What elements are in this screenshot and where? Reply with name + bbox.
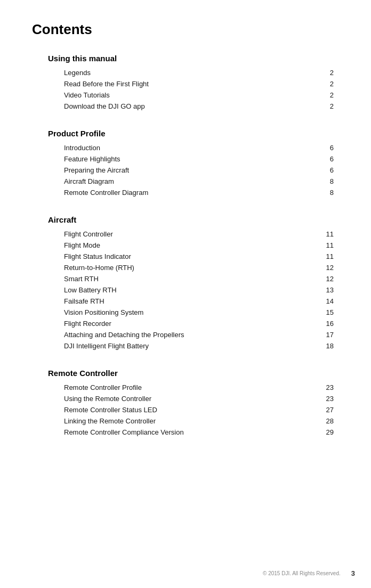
toc-item-page: 2	[318, 69, 334, 77]
toc-item[interactable]: Vision Positioning System15	[32, 307, 339, 318]
section-aircraft: AircraftFlight Controller11Flight Mode11…	[32, 215, 339, 352]
toc-item-page: 12	[318, 275, 334, 283]
toc-item-page: 11	[318, 241, 334, 249]
section-title-product-profile: Product Profile	[32, 129, 339, 138]
toc-item[interactable]: Low Battery RTH13	[32, 284, 339, 296]
toc-item[interactable]: Return-to-Home (RTH)12	[32, 262, 339, 273]
toc-item[interactable]: Aircraft Diagram8	[32, 176, 339, 187]
footer-copyright: © 2015 DJI. All Rights Reserved.	[263, 570, 341, 576]
toc-item-label: Low Battery RTH	[64, 286, 318, 294]
toc-item[interactable]: Introduction6	[32, 142, 339, 153]
toc-item-page: 11	[318, 230, 334, 238]
toc-sections: Using this manualLegends2Read Before the…	[32, 54, 339, 438]
section-product-profile: Product ProfileIntroduction6Feature High…	[32, 129, 339, 198]
toc-item-label: Preparing the Aircraft	[64, 166, 318, 174]
toc-item-page: 6	[318, 144, 334, 152]
section-title-using-this-manual: Using this manual	[32, 54, 339, 63]
toc-item-label: Introduction	[64, 144, 318, 152]
toc-item[interactable]: Download the DJI GO app2	[32, 101, 339, 112]
toc-item-label: Failsafe RTH	[64, 297, 318, 305]
toc-item-page: 23	[318, 383, 334, 391]
toc-item[interactable]: Remote Controller Diagram8	[32, 187, 339, 198]
toc-item[interactable]: Remote Controller Compliance Version29	[32, 427, 339, 438]
toc-item-page: 15	[318, 308, 334, 316]
toc-item[interactable]: DJI Intelligent Flight Battery18	[32, 340, 339, 352]
toc-item-page: 13	[318, 286, 334, 294]
toc-item-page: 16	[318, 320, 334, 328]
section-using-this-manual: Using this manualLegends2Read Before the…	[32, 54, 339, 112]
footer-page-number: 3	[351, 569, 355, 577]
toc-item-label: Smart RTH	[64, 275, 318, 283]
toc-item-page: 2	[318, 102, 334, 110]
toc-item-page: 12	[318, 264, 334, 272]
toc-item-label: Linking the Remote Controller	[64, 417, 318, 425]
page-container: Contents Using this manualLegends2Read B…	[0, 0, 371, 487]
toc-item-page: 29	[318, 428, 334, 436]
toc-item-page: 14	[318, 297, 334, 305]
toc-item-label: Feature Highlights	[64, 155, 318, 163]
toc-item[interactable]: Video Tutorials2	[32, 89, 339, 101]
toc-item-page: 8	[318, 177, 334, 185]
toc-item-label: Using the Remote Controller	[64, 395, 318, 403]
toc-item-label: Flight Recorder	[64, 320, 318, 328]
toc-item[interactable]: Remote Controller Status LED27	[32, 404, 339, 415]
toc-item[interactable]: Attaching and Detaching the Propellers17	[32, 329, 339, 340]
toc-item-label: Flight Controller	[64, 230, 318, 238]
toc-item-label: Flight Mode	[64, 241, 318, 249]
toc-item-label: Vision Positioning System	[64, 308, 318, 316]
toc-item-page: 2	[318, 91, 334, 99]
toc-item[interactable]: Legends2	[32, 67, 339, 78]
section-title-remote-controller: Remote Controller	[32, 369, 339, 378]
toc-item[interactable]: Feature Highlights6	[32, 153, 339, 165]
toc-item[interactable]: Flight Mode11	[32, 240, 339, 251]
toc-item[interactable]: Remote Controller Profile23	[32, 382, 339, 393]
toc-item-page: 17	[318, 331, 334, 339]
toc-item-label: Remote Controller Diagram	[64, 189, 318, 197]
toc-item-label: Return-to-Home (RTH)	[64, 264, 318, 272]
toc-item-page: 27	[318, 406, 334, 414]
toc-item-label: Video Tutorials	[64, 91, 318, 99]
toc-item-page: 11	[318, 252, 334, 260]
toc-item[interactable]: Failsafe RTH14	[32, 296, 339, 307]
toc-item-label: Legends	[64, 69, 318, 77]
toc-item-page: 6	[318, 166, 334, 174]
toc-item[interactable]: Read Before the First Flight2	[32, 78, 339, 89]
toc-item-label: DJI Intelligent Flight Battery	[64, 342, 318, 350]
toc-item[interactable]: Using the Remote Controller23	[32, 393, 339, 404]
toc-item-label: Remote Controller Profile	[64, 383, 318, 391]
section-remote-controller: Remote ControllerRemote Controller Profi…	[32, 369, 339, 438]
toc-item-page: 28	[318, 417, 334, 425]
toc-item-page: 8	[318, 189, 334, 197]
toc-item[interactable]: Smart RTH12	[32, 273, 339, 284]
toc-item[interactable]: Flight Status Indicator11	[32, 251, 339, 262]
toc-item-label: Flight Status Indicator	[64, 252, 318, 260]
toc-item-page: 2	[318, 80, 334, 88]
toc-item-label: Download the DJI GO app	[64, 102, 318, 110]
page-footer: © 2015 DJI. All Rights Reserved. 3	[263, 569, 355, 577]
toc-item-label: Remote Controller Compliance Version	[64, 428, 318, 436]
toc-item-page: 18	[318, 342, 334, 350]
section-title-aircraft: Aircraft	[32, 215, 339, 224]
toc-item-page: 23	[318, 395, 334, 403]
toc-item-label: Remote Controller Status LED	[64, 406, 318, 414]
toc-item-page: 6	[318, 155, 334, 163]
toc-item-label: Read Before the First Flight	[64, 80, 318, 88]
toc-item[interactable]: Flight Recorder16	[32, 318, 339, 329]
toc-item[interactable]: Flight Controller11	[32, 228, 339, 240]
toc-item[interactable]: Preparing the Aircraft6	[32, 165, 339, 176]
page-title: Contents	[32, 21, 339, 38]
toc-item[interactable]: Linking the Remote Controller28	[32, 415, 339, 427]
toc-item-label: Aircraft Diagram	[64, 177, 318, 185]
toc-item-label: Attaching and Detaching the Propellers	[64, 331, 318, 339]
